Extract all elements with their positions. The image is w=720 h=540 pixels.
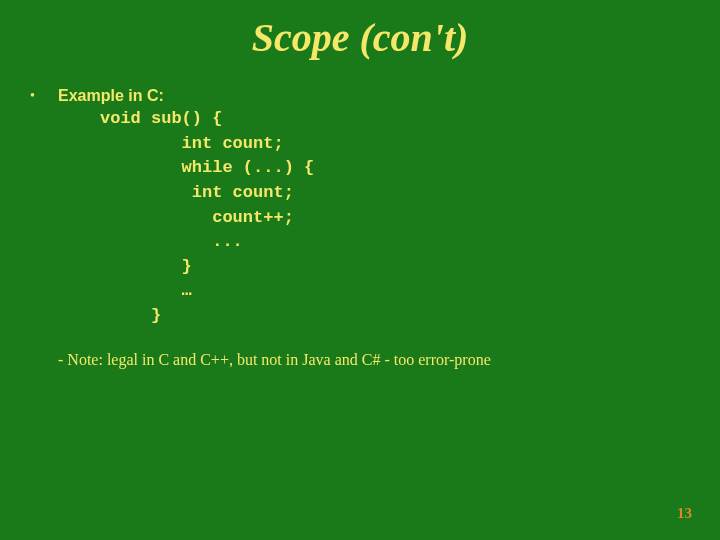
slide: Scope (con't) • Example in C: void sub()…	[0, 0, 720, 540]
page-number: 13	[677, 505, 692, 522]
code-line: int count;	[100, 183, 294, 202]
note-text: - Note: legal in C and C++, but not in J…	[58, 351, 690, 369]
code-line: count++;	[100, 208, 294, 227]
code-line: int count;	[100, 134, 284, 153]
code-line: }	[100, 257, 192, 276]
code-line: ...	[100, 232, 243, 251]
code-line: }	[100, 306, 161, 325]
bullet-marker: •	[30, 87, 58, 104]
code-line: while (...) {	[100, 158, 314, 177]
code-line: void sub() {	[100, 109, 222, 128]
code-block: void sub() { int count; while (...) { in…	[100, 107, 690, 329]
slide-title: Scope (con't)	[0, 0, 720, 67]
bullet-row: • Example in C:	[30, 87, 690, 105]
bullet-label: Example in C:	[58, 87, 164, 105]
slide-content: • Example in C: void sub() { int count; …	[0, 67, 720, 369]
code-line: …	[100, 281, 192, 300]
